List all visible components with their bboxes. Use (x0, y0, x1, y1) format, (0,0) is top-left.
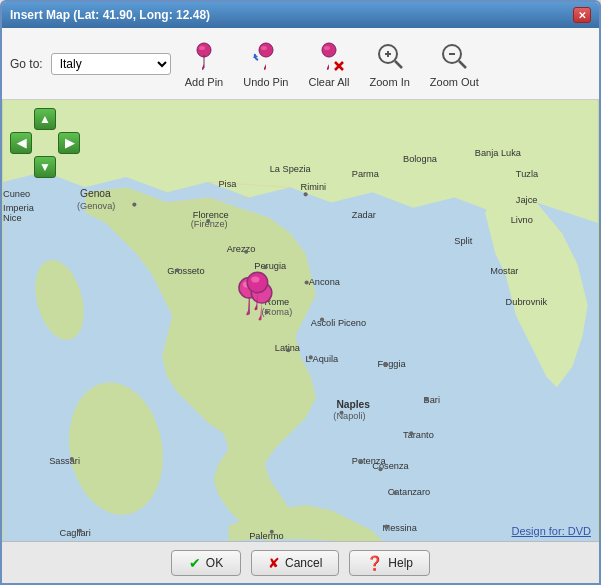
svg-point-73 (305, 281, 309, 285)
zoom-in-icon (374, 40, 406, 72)
toolbar: Go to: Italy France Germany Spain Greece… (2, 28, 599, 100)
zoom-out-icon (438, 40, 470, 72)
help-icon: ❓ (366, 555, 383, 571)
svg-point-81 (70, 457, 74, 461)
svg-point-75 (309, 355, 313, 359)
svg-text:(Genova): (Genova) (77, 201, 115, 211)
svg-point-66 (175, 268, 179, 272)
svg-point-3 (261, 46, 267, 50)
svg-text:Pisa: Pisa (218, 179, 237, 189)
svg-text:Tuzla: Tuzla (516, 169, 539, 179)
svg-text:Banja Luka: Banja Luka (475, 148, 522, 158)
svg-point-82 (78, 529, 82, 533)
ok-button[interactable]: ✔ OK (171, 550, 241, 576)
svg-text:Foggia: Foggia (377, 359, 406, 369)
cancel-button[interactable]: ✘ Cancel (251, 550, 339, 576)
nav-left-button[interactable]: ◀ (10, 132, 32, 154)
svg-point-65 (264, 265, 268, 269)
nav-up-button[interactable]: ▲ (34, 108, 56, 130)
help-button[interactable]: ❓ Help (349, 550, 430, 576)
add-pin-icon (188, 40, 220, 72)
svg-text:Palermo: Palermo (249, 531, 283, 541)
zoom-in-button[interactable]: Zoom In (363, 36, 415, 92)
svg-text:(Napoli): (Napoli) (333, 411, 365, 421)
svg-text:Parma: Parma (352, 169, 380, 179)
cancel-label: Cancel (285, 556, 322, 570)
ok-icon: ✔ (189, 555, 201, 571)
svg-point-61 (132, 203, 136, 207)
svg-text:Grosseto: Grosseto (167, 266, 204, 276)
svg-line-11 (395, 61, 402, 68)
goto-select[interactable]: Italy France Germany Spain Greece (51, 53, 171, 75)
svg-point-63 (206, 219, 210, 223)
nav-right-button[interactable]: ▶ (58, 132, 80, 154)
svg-point-2 (259, 43, 273, 57)
clear-all-label: Clear All (308, 76, 349, 88)
zoom-out-button[interactable]: Zoom Out (424, 36, 485, 92)
map-container[interactable]: Genoa (Genova) Rimini Florence (Firenze)… (2, 100, 599, 541)
nav-arrows: ▲ ◀ ▶ ▼ (10, 108, 80, 178)
svg-text:Mostar: Mostar (490, 266, 518, 276)
svg-point-1 (199, 46, 205, 50)
svg-text:Nice: Nice (3, 213, 21, 223)
nav-empty-5 (58, 156, 80, 178)
svg-text:Cagliari: Cagliari (59, 528, 90, 538)
svg-text:Split: Split (454, 236, 472, 246)
svg-text:Genoa: Genoa (80, 188, 111, 199)
nav-empty-3 (34, 132, 56, 154)
svg-point-72 (384, 363, 388, 367)
svg-point-68 (286, 348, 290, 352)
svg-point-0 (197, 43, 211, 57)
undo-pin-button[interactable]: Undo Pin (237, 36, 294, 92)
svg-text:Naples: Naples (336, 399, 370, 410)
svg-text:Jajce: Jajce (516, 195, 538, 205)
svg-text:Taranto: Taranto (403, 430, 434, 440)
svg-point-69 (339, 411, 343, 415)
svg-text:Potenza: Potenza (352, 456, 387, 466)
svg-point-79 (270, 530, 274, 534)
svg-text:Livno: Livno (511, 215, 533, 225)
cancel-icon: ✘ (268, 555, 280, 571)
svg-text:Rimini: Rimini (300, 182, 326, 192)
svg-point-64 (244, 250, 248, 254)
svg-text:Cuneo: Cuneo (3, 189, 30, 199)
svg-text:Imperia: Imperia (3, 203, 35, 213)
bottom-bar: ✔ OK ✘ Cancel ❓ Help (2, 541, 599, 583)
svg-point-67 (265, 310, 269, 314)
svg-point-5 (324, 46, 330, 50)
clear-all-button[interactable]: Clear All (302, 36, 355, 92)
svg-text:Zadar: Zadar (352, 210, 376, 220)
svg-text:Perugia: Perugia (254, 261, 287, 271)
nav-empty-4 (10, 156, 32, 178)
nav-empty-2 (58, 108, 80, 130)
title-bar: Insert Map (Lat: 41.90, Long: 12.48) ✕ (2, 2, 599, 28)
nav-empty-1 (10, 108, 32, 130)
add-pin-label: Add Pin (185, 76, 224, 88)
zoom-in-label: Zoom In (369, 76, 409, 88)
svg-text:Rome: Rome (265, 297, 290, 307)
svg-text:Arezzo: Arezzo (227, 244, 256, 254)
svg-point-4 (322, 43, 336, 57)
add-pin-button[interactable]: Add Pin (179, 36, 230, 92)
svg-point-78 (378, 467, 382, 471)
nav-down-button[interactable]: ▼ (34, 156, 56, 178)
zoom-out-label: Zoom Out (430, 76, 479, 88)
svg-point-70 (425, 397, 429, 401)
svg-point-80 (385, 525, 389, 529)
close-button[interactable]: ✕ (573, 7, 591, 23)
help-label: Help (388, 556, 413, 570)
svg-point-62 (304, 192, 308, 196)
goto-label: Go to: (10, 57, 43, 71)
svg-point-74 (320, 317, 324, 321)
svg-point-77 (393, 491, 397, 495)
svg-text:Ancona: Ancona (309, 277, 341, 287)
svg-text:Dubrovnik: Dubrovnik (506, 297, 548, 307)
svg-text:La Spezia: La Spezia (270, 164, 312, 174)
svg-line-14 (459, 61, 466, 68)
ok-label: OK (206, 556, 223, 570)
design-for-link[interactable]: Design for: DVD (512, 525, 591, 537)
insert-map-window: Insert Map (Lat: 41.90, Long: 12.48) ✕ G… (0, 0, 601, 585)
svg-point-76 (359, 460, 363, 464)
map-svg: Genoa (Genova) Rimini Florence (Firenze)… (2, 100, 599, 541)
svg-text:Bologna: Bologna (403, 154, 438, 164)
